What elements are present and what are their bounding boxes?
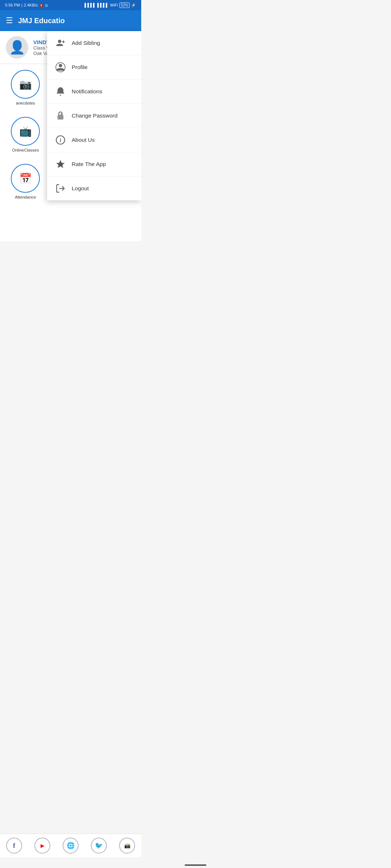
dropdown-item-profile[interactable]: Profile [47,55,141,80]
mute-icon: 🔇 [39,3,43,7]
dropdown-item-about-us[interactable]: iAbout Us [47,128,141,152]
profile-icon [54,61,67,73]
grid-circle-attendance: 📅 [11,164,40,193]
dropdown-item-logout[interactable]: Logout [47,176,141,200]
time: 5:56 PM [5,3,20,7]
add-sibling-label: Add Sibling [72,40,100,46]
status-bar: 5:56 PM | 2.4KB/s 🔇 ◎ ▌▌▌▌ ▌▌▌▌ WiFi 52%… [0,0,141,10]
dropdown-item-change-password[interactable]: Change Password [47,104,141,128]
svg-text:i: i [60,137,61,143]
grid-circle-online-classes: 📺 [11,117,40,146]
dropdown-item-rate-app[interactable]: Rate The App [47,152,141,176]
logout-label: Logout [72,185,89,192]
status-left: 5:56 PM | 2.4KB/s 🔇 ◎ [5,3,48,7]
app-header: ☰ JMJ Educatio [0,10,141,31]
grid-circle-anecdotes: 📷 [11,70,40,99]
profile-label: Profile [72,64,88,71]
network-speed: | [21,3,22,7]
dropdown-item-add-sibling[interactable]: Add Sibling [47,31,141,55]
about-us-label: About Us [72,137,95,143]
change-password-label: Change Password [72,112,118,119]
svg-marker-10 [56,160,64,168]
about-us-icon: i [54,134,67,146]
status-right: ▌▌▌▌ ▌▌▌▌ WiFi 52% ⚡ [85,3,136,8]
rate-app-icon [54,158,67,170]
notifications-icon [54,85,67,98]
svg-point-0 [58,40,61,43]
charging-icon: ⚡ [131,3,136,8]
vpn-icon: ◎ [45,3,48,7]
grid-item-attendance[interactable]: 📅 Attendance [6,164,45,199]
dropdown-menu: Add SiblingProfileNotificationsChange Pa… [47,31,141,200]
app-title: JMJ Educatio [18,17,65,25]
logout-icon [54,182,67,195]
network-speed-value: 2.4KB/s [24,3,38,7]
wifi-icon: WiFi [110,3,118,7]
grid-item-anecdotes[interactable]: 📷 anecdotes [6,70,45,105]
rate-app-label: Rate The App [72,161,106,167]
notifications-label: Notifications [72,88,102,95]
hamburger-button[interactable]: ☰ [6,16,13,25]
dropdown-item-notifications[interactable]: Notifications [47,80,141,104]
signal2-icon: ▌▌▌▌ [97,3,109,7]
avatar-icon: 👤 [9,40,25,55]
signal-icon: ▌▌▌▌ [85,3,96,7]
avatar: 👤 [6,36,28,59]
grid-item-online-classes[interactable]: 📺 OnlineClasses [6,117,45,152]
svg-rect-5 [58,115,63,120]
svg-point-3 [59,64,62,67]
battery-icon: 52% [119,3,130,8]
grid-label-anecdotes: anecdotes [16,101,35,105]
add-sibling-icon [54,37,67,49]
change-password-icon [54,110,67,122]
grid-label-attendance: Attendance [15,195,36,199]
grid-label-online-classes: OnlineClasses [12,148,39,152]
